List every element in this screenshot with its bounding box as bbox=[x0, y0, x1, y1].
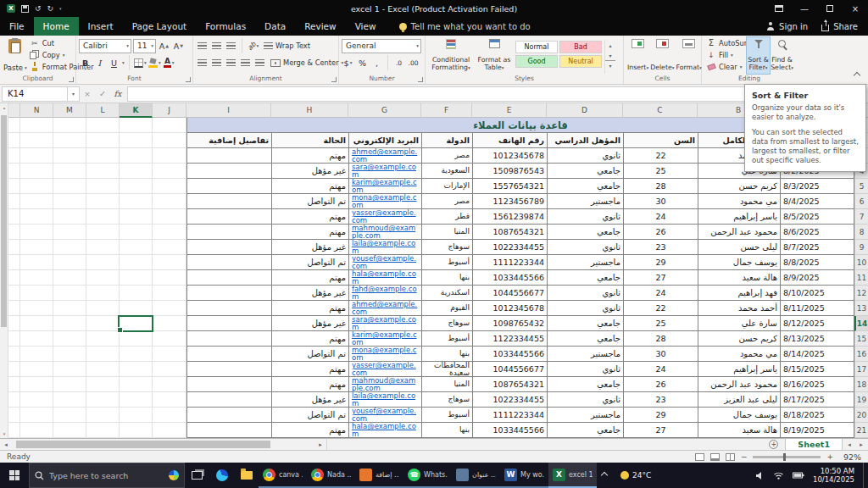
header-cell-details[interactable]: تفاصيل إضافية bbox=[186, 133, 271, 148]
cell-J6[interactable] bbox=[153, 194, 186, 209]
column-header-N[interactable]: N bbox=[20, 103, 53, 118]
cell-J19[interactable] bbox=[153, 392, 186, 408]
cell-M18[interactable] bbox=[53, 377, 86, 392]
taskbar-clock[interactable]: 10:50 AM 10/14/2025 bbox=[813, 467, 854, 484]
start-button[interactable] bbox=[0, 463, 29, 488]
tab-review[interactable]: Review bbox=[295, 17, 345, 36]
cell-edge2[interactable] bbox=[8, 133, 20, 148]
cell-H13[interactable]: مهتم bbox=[271, 301, 348, 316]
cell-A9[interactable]: 8/7/2025 bbox=[780, 240, 854, 255]
cell-K4[interactable] bbox=[120, 164, 153, 179]
cell-G9[interactable]: laila@example.com bbox=[348, 240, 421, 255]
cell-D21[interactable]: جامعي bbox=[547, 423, 623, 438]
cell-L19[interactable] bbox=[86, 392, 120, 408]
cell-G13[interactable]: ahmed@example.com bbox=[348, 301, 421, 316]
cell-H16[interactable]: تم التواصل bbox=[271, 347, 348, 362]
cell-B17[interactable]: ياسر إبراهيم bbox=[698, 362, 780, 377]
comma-format-button[interactable]: , bbox=[370, 56, 383, 70]
find-select-button[interactable]: Find & Select▾ bbox=[770, 37, 794, 74]
column-header-edge[interactable] bbox=[8, 103, 20, 118]
scroll-left-icon[interactable]: ◂ bbox=[0, 441, 12, 448]
cell-D20[interactable]: ماجستير bbox=[547, 408, 623, 423]
cell-A19[interactable]: 8/17/2025 bbox=[780, 392, 854, 408]
cell-M14[interactable] bbox=[53, 316, 86, 331]
vertical-scrollbar[interactable]: ▴ ▾ bbox=[0, 103, 8, 438]
show-desktop-button[interactable] bbox=[863, 463, 866, 488]
cell-F4[interactable]: السعودية bbox=[421, 164, 472, 179]
cell-H21[interactable]: مهتم bbox=[271, 423, 348, 438]
cell-H7[interactable]: مهتم bbox=[271, 209, 348, 225]
cell-C11[interactable]: 27 bbox=[623, 270, 698, 286]
cell-F13[interactable]: الفيوم bbox=[421, 301, 472, 316]
cell-F11[interactable]: بنها bbox=[421, 270, 472, 286]
cell-F7[interactable]: قطر bbox=[421, 209, 472, 225]
cell-L15[interactable] bbox=[86, 331, 120, 347]
cell-G5[interactable]: karim@example.com bbox=[348, 179, 421, 194]
cell-H20[interactable]: تم التواصل bbox=[271, 408, 348, 423]
cell-B12[interactable]: فهد إبراهيم bbox=[698, 286, 780, 301]
cell-I16[interactable] bbox=[186, 347, 271, 362]
cell-edge1[interactable] bbox=[8, 118, 20, 133]
cell-F8[interactable]: المنيا bbox=[421, 225, 472, 240]
tab-formulas[interactable]: Formulas bbox=[196, 17, 255, 36]
cell-I6[interactable] bbox=[186, 194, 271, 209]
autosum-button[interactable]: ΣAutoSum▾ bbox=[704, 37, 747, 48]
cell-N1[interactable] bbox=[20, 118, 53, 133]
tab-insert[interactable]: Insert bbox=[79, 17, 123, 36]
cell-F14[interactable]: سوهاج bbox=[421, 316, 472, 331]
cell-N3[interactable] bbox=[20, 148, 53, 164]
cell-J3[interactable] bbox=[153, 148, 186, 164]
cell-N9[interactable] bbox=[20, 240, 53, 255]
cell-B13[interactable]: أحمد محمد bbox=[698, 301, 780, 316]
cell-edge15[interactable] bbox=[8, 331, 20, 347]
cell-M4[interactable] bbox=[53, 164, 86, 179]
cell-N7[interactable] bbox=[20, 209, 53, 225]
cell-D13[interactable]: ثانوي bbox=[547, 301, 623, 316]
share-button[interactable]: Share bbox=[821, 22, 858, 31]
cell-D19[interactable]: ثانوي bbox=[547, 392, 623, 408]
cell-N16[interactable] bbox=[20, 347, 53, 362]
tell-me-box[interactable]: Tell me what you want to do bbox=[399, 17, 531, 36]
cell-C6[interactable]: 30 bbox=[623, 194, 698, 209]
cell-I9[interactable] bbox=[186, 240, 271, 255]
cell-G12[interactable]: fahd@example.com bbox=[348, 286, 421, 301]
cell-H5[interactable]: مهتم bbox=[271, 179, 348, 194]
cell-J5[interactable] bbox=[153, 179, 186, 194]
collapse-ribbon-icon[interactable] bbox=[854, 72, 860, 79]
ribbon-display-options-button[interactable] bbox=[766, 0, 792, 17]
cell-I10[interactable] bbox=[186, 255, 271, 270]
cell-L10[interactable] bbox=[86, 255, 120, 270]
cell-A11[interactable]: 8/9/2025 bbox=[780, 270, 854, 286]
header-cell-email[interactable]: البريد الإلكتروني bbox=[348, 133, 421, 148]
cell-M13[interactable] bbox=[53, 301, 86, 316]
search-input[interactable] bbox=[49, 471, 149, 480]
cell-A12[interactable]: 8/10/2025 bbox=[780, 286, 854, 301]
cell-G8[interactable]: mahmoud@example.com bbox=[348, 225, 421, 240]
cell-E18[interactable]: 1087654321 bbox=[472, 377, 547, 392]
cell-F21[interactable]: بنها bbox=[421, 423, 472, 438]
cell-K6[interactable] bbox=[120, 194, 153, 209]
cell-L9[interactable] bbox=[86, 240, 120, 255]
cell-edge13[interactable] bbox=[8, 301, 20, 316]
cell-A10[interactable]: 8/8/2025 bbox=[780, 255, 854, 270]
cell-L2[interactable] bbox=[86, 133, 120, 148]
weather-widget[interactable]: 24°C bbox=[614, 471, 658, 480]
cell-K5[interactable] bbox=[120, 179, 153, 194]
wrap-text-button[interactable]: Wrap Text bbox=[261, 42, 313, 50]
cell-J14[interactable] bbox=[153, 316, 186, 331]
cell-M10[interactable] bbox=[53, 255, 86, 270]
cell-M2[interactable] bbox=[53, 133, 86, 148]
align-center-button[interactable] bbox=[210, 56, 223, 70]
cell-D17[interactable]: ثانوي bbox=[547, 362, 623, 377]
cell-M21[interactable] bbox=[53, 423, 86, 438]
cell-E10[interactable]: 1111223344 bbox=[472, 255, 547, 270]
cell-B20[interactable]: يوسف جمال bbox=[698, 408, 780, 423]
cell-D9[interactable]: ثانوي bbox=[547, 240, 623, 255]
paste-button[interactable]: Paste▾ bbox=[3, 37, 28, 74]
scroll-down-icon[interactable]: ▾ bbox=[0, 431, 8, 436]
header-cell-country[interactable]: الدولة bbox=[421, 133, 472, 148]
clipboard-dialog-launcher-icon[interactable] bbox=[69, 77, 74, 82]
cell-K12[interactable] bbox=[120, 286, 153, 301]
cell-B16[interactable]: مي محمود bbox=[698, 347, 780, 362]
cell-edge4[interactable] bbox=[8, 164, 20, 179]
